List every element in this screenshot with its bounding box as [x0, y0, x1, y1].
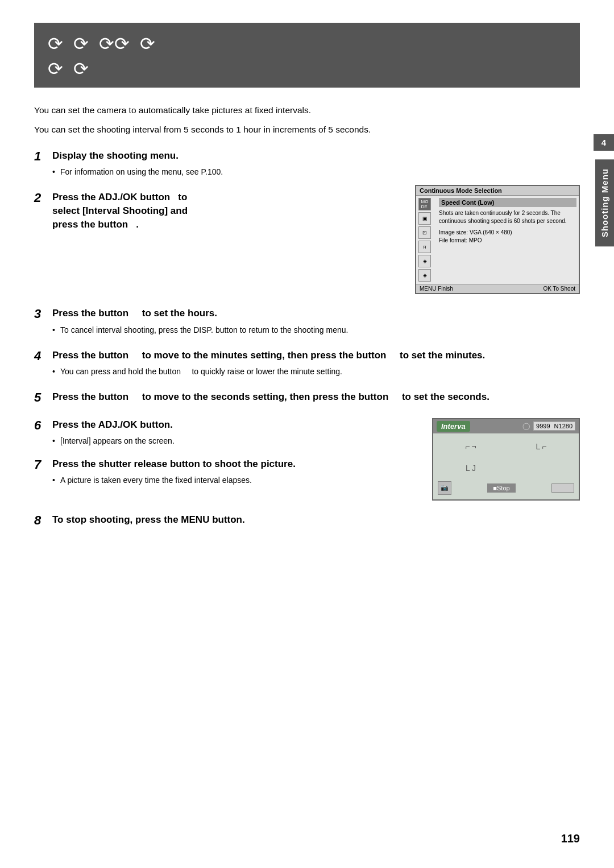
step-1-sub-1: For information on using the menu, see P… [52, 166, 580, 178]
cms-footer-right: OK To Shoot [543, 286, 575, 292]
step-7-title: Press the shutter release button to shoo… [52, 457, 423, 471]
step-8-number: 8 [34, 513, 48, 528]
step-2-title: Press the ADJ./OK button toselect [Inter… [52, 191, 406, 231]
icon-timer-2: ⟳ [73, 33, 89, 55]
step-4-subs: You can press and hold the button to qui… [52, 366, 580, 378]
step-1-title: Display the shooting menu. [52, 149, 580, 163]
cms-icon-1: ▣ [418, 212, 431, 225]
step-7-subs: A picture is taken every time the fixed … [52, 474, 423, 486]
icon-timer-5: ⟳ [73, 58, 89, 80]
icon-timer-double: ⟳⟳ [99, 33, 130, 55]
chapter-number: 4 [594, 134, 614, 151]
interval-count: 9999 N1280 [533, 421, 575, 431]
icons-row-2: ⟳ ⟳ [48, 58, 566, 80]
page-number: 119 [561, 832, 580, 845]
cms-description2: Image size: VGA (640 × 480)File format: … [439, 229, 576, 245]
interval-cam-icon: 📷 [438, 481, 451, 495]
step-8-title: To stop shooting, press the MENU button. [52, 513, 580, 527]
interval-cell-3: L J [438, 460, 504, 477]
icon-timer-3: ⟳ [140, 33, 155, 55]
step-6-number: 6 [34, 418, 48, 433]
step-6-subs: [Interval] appears on the screen. [52, 435, 423, 447]
step-6: 6 Press the ADJ./OK button. [Interval] a… [34, 418, 580, 501]
cms-icon-3: Ħ [418, 241, 431, 253]
cms-description: Shots are taken continuously for 2 secon… [439, 209, 576, 225]
step-2-number: 2 [34, 191, 48, 205]
step-3-title: Press the button to set the hours. [52, 307, 580, 320]
interval-bar [551, 483, 574, 493]
step-8: 8 To stop shooting, press the MENU butto… [34, 513, 580, 528]
step-2: 2 Press the ADJ./OK button toselect [Int… [34, 191, 580, 294]
chapter-label: Shooting Menu [595, 159, 614, 246]
step-3: 3 Press the button to set the hours. To … [34, 307, 580, 336]
step-1-number: 1 [34, 149, 48, 164]
interval-logo: Interva [437, 421, 470, 432]
cms-screenshot: Continuous Mode Selection MODE ▣ ⊡ Ħ ◈ ◈… [415, 185, 580, 294]
interval-cell-1: ⌐ ¬ [438, 438, 504, 455]
step-3-subs: To cancel interval shooting, press the D… [52, 324, 580, 336]
step-5: 5 Press the button to move to the second… [34, 390, 580, 405]
step-3-number: 3 [34, 307, 48, 321]
step-4: 4 Press the button to move to the minute… [34, 349, 580, 378]
cms-footer-left: MENU Finish [420, 286, 453, 292]
step-6-title: Press the ADJ./OK button. [52, 418, 423, 432]
step-1: 1 Display the shooting menu. For informa… [34, 149, 580, 178]
cms-title: Continuous Mode Selection [416, 186, 579, 196]
icon-timer-4: ⟳ [48, 58, 63, 80]
interval-cell-2: L ⌐ [508, 438, 574, 455]
intro-line1: You can set the camera to automatically … [34, 104, 580, 117]
step-3-sub-1: To cancel interval shooting, press the D… [52, 324, 580, 336]
cms-icon-5: ◈ [418, 269, 431, 282]
step-4-sub-1: You can press and hold the button to qui… [52, 366, 580, 378]
cms-icon-2: ⊡ [418, 226, 431, 239]
step-5-title: Press the button to move to the seconds … [52, 390, 580, 404]
step-4-title: Press the button to move to the minutes … [52, 349, 580, 362]
step-7-number: 7 [34, 457, 48, 472]
cms-icon-4: ◈ [418, 255, 431, 267]
cms-selected: Speed Cont (Low) [439, 198, 576, 207]
icons-row-1: ⟳ ⟳ ⟳⟳ ⟳ [48, 33, 566, 55]
cms-icon-mo: MODE [418, 198, 431, 210]
interval-screenshot: Interva ◯ 9999 N1280 ⌐ [432, 418, 580, 501]
steps-container: 1 Display the shooting menu. For informa… [34, 149, 580, 528]
intro-line2: You can set the shooting interval from 5… [34, 123, 580, 137]
icon-timer-1: ⟳ [48, 33, 63, 55]
step-1-subs: For information on using the menu, see P… [52, 166, 580, 178]
step-5-number: 5 [34, 390, 48, 405]
stop-button[interactable]: ■Stop [487, 483, 515, 493]
step-6-sub-1: [Interval] appears on the screen. [52, 435, 423, 447]
step-7-sub-1: A picture is taken every time the fixed … [52, 474, 423, 486]
step-4-number: 4 [34, 349, 48, 363]
header-banner: ⟳ ⟳ ⟳⟳ ⟳ ⟳ ⟳ [34, 23, 580, 88]
